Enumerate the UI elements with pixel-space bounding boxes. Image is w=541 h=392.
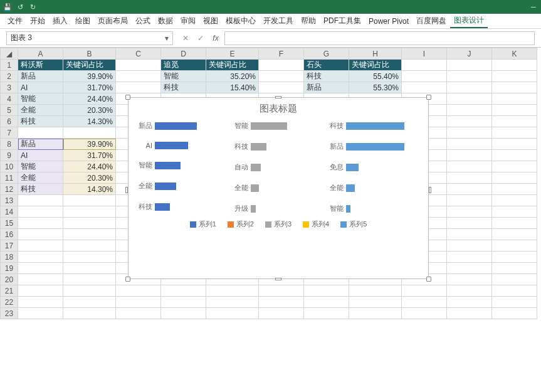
row-header[interactable]: 13 xyxy=(1,195,18,206)
cell[interactable] xyxy=(259,71,304,82)
cell[interactable] xyxy=(18,252,63,263)
cell[interactable]: 智能 xyxy=(18,161,63,172)
cancel-icon[interactable]: ✕ xyxy=(179,32,192,45)
cell[interactable] xyxy=(447,116,492,127)
row-header[interactable]: 19 xyxy=(1,263,18,274)
cell[interactable] xyxy=(447,308,492,319)
cell[interactable] xyxy=(447,127,492,139)
cell[interactable] xyxy=(447,229,492,240)
tab-file[interactable]: 文件 xyxy=(4,14,26,28)
cell[interactable] xyxy=(492,172,537,184)
table-row[interactable]: 3 AI 31.70% 科技 15.40% 新品 55.30% xyxy=(1,82,537,93)
cell[interactable] xyxy=(63,263,116,274)
cell[interactable] xyxy=(206,285,259,297)
cell[interactable]: 科技 xyxy=(304,71,349,82)
save-icon[interactable]: 💾 xyxy=(3,2,13,12)
cell[interactable] xyxy=(304,308,349,319)
tab-template[interactable]: 模板中心 xyxy=(222,14,260,28)
cell[interactable] xyxy=(447,172,492,184)
cell[interactable] xyxy=(402,308,447,319)
table-row[interactable]: 2 新品 39.90% 智能 35.20% 科技 55.40% xyxy=(1,71,537,82)
cell[interactable]: 关键词占比 xyxy=(206,60,259,71)
legend-item[interactable]: 系列3 xyxy=(265,220,292,229)
cell[interactable] xyxy=(161,308,206,319)
cell[interactable] xyxy=(492,240,537,252)
tab-data[interactable]: 数据 xyxy=(154,14,177,28)
cell[interactable] xyxy=(447,161,492,172)
tab-help[interactable]: 帮助 xyxy=(297,14,320,28)
cell[interactable] xyxy=(63,297,116,308)
name-box[interactable]: 图表 3 ▾ xyxy=(6,31,173,45)
select-all-button[interactable]: ◢ xyxy=(1,48,18,60)
cell[interactable] xyxy=(63,308,116,319)
cell[interactable] xyxy=(492,229,537,240)
tab-view[interactable]: 视图 xyxy=(199,14,222,28)
row-header[interactable]: 5 xyxy=(1,105,18,116)
embedded-chart[interactable]: 图表标题 新品AI智能全能科技智能科技自动全能升级科技新品免息全能智能 系列1系… xyxy=(128,97,429,279)
cell[interactable] xyxy=(116,82,161,93)
cell[interactable]: 39.90% xyxy=(63,139,116,150)
tab-pagelayout[interactable]: 页面布局 xyxy=(94,14,132,28)
cell[interactable] xyxy=(492,82,537,93)
cell[interactable] xyxy=(402,71,447,82)
cell[interactable] xyxy=(492,184,537,195)
cell[interactable] xyxy=(447,93,492,105)
cell[interactable] xyxy=(18,195,63,206)
cell[interactable] xyxy=(492,139,537,150)
cell[interactable] xyxy=(447,285,492,297)
cell[interactable] xyxy=(447,252,492,263)
tab-pdf[interactable]: PDF工具集 xyxy=(320,14,365,28)
row-header[interactable]: 2 xyxy=(1,71,18,82)
chart-plot-area[interactable]: 新品AI智能全能科技智能科技自动全能升级科技新品免息全能智能 xyxy=(129,117,428,216)
cell[interactable] xyxy=(492,116,537,127)
resize-handle[interactable] xyxy=(275,96,281,98)
cell[interactable] xyxy=(116,285,161,297)
row-header[interactable]: 11 xyxy=(1,172,18,184)
col-header[interactable]: A xyxy=(18,48,63,60)
cell[interactable]: 39.90% xyxy=(63,71,116,82)
row-header[interactable]: 7 xyxy=(1,127,18,139)
row-header[interactable]: 12 xyxy=(1,184,18,195)
cell[interactable]: 新品 xyxy=(18,71,63,82)
cell[interactable] xyxy=(18,127,63,139)
cell[interactable] xyxy=(492,218,537,229)
cell[interactable] xyxy=(18,274,63,285)
cell[interactable]: 24.40% xyxy=(63,161,116,172)
cell[interactable] xyxy=(116,60,161,71)
cell[interactable]: 科技 xyxy=(18,184,63,195)
cell[interactable] xyxy=(18,206,63,218)
cell[interactable] xyxy=(492,308,537,319)
row-header[interactable]: 21 xyxy=(1,285,18,297)
redo-icon[interactable]: ↻ xyxy=(28,2,38,12)
col-header[interactable]: E xyxy=(206,48,259,60)
cell[interactable]: AI xyxy=(18,150,63,161)
row-header[interactable]: 8 xyxy=(1,139,18,150)
resize-handle[interactable] xyxy=(426,277,431,282)
cell[interactable] xyxy=(259,285,304,297)
row-header[interactable]: 18 xyxy=(1,252,18,263)
resize-handle[interactable] xyxy=(125,277,130,282)
tab-baidu[interactable]: 百度网盘 xyxy=(412,14,450,28)
resize-handle[interactable] xyxy=(426,95,431,100)
cell[interactable] xyxy=(402,60,447,71)
row-header[interactable]: 3 xyxy=(1,82,18,93)
row-header[interactable]: 17 xyxy=(1,240,18,252)
cell[interactable] xyxy=(18,218,63,229)
cell[interactable]: 关键词占比 xyxy=(349,60,402,71)
cell[interactable] xyxy=(447,218,492,229)
cell[interactable] xyxy=(161,297,206,308)
cell[interactable]: 科技 xyxy=(161,82,206,93)
chart-legend[interactable]: 系列1系列2系列3系列4系列5 xyxy=(129,216,428,234)
cell[interactable] xyxy=(63,240,116,252)
col-header[interactable]: C xyxy=(116,48,161,60)
cell[interactable] xyxy=(492,297,537,308)
col-header[interactable]: I xyxy=(402,48,447,60)
table-row[interactable]: 22 xyxy=(1,297,537,308)
col-header[interactable]: F xyxy=(259,48,304,60)
cell[interactable] xyxy=(349,308,402,319)
enter-icon[interactable]: ✓ xyxy=(194,32,207,45)
cell[interactable]: 追觅 xyxy=(161,60,206,71)
cell[interactable]: 14.30% xyxy=(63,116,116,127)
row-header[interactable]: 15 xyxy=(1,218,18,229)
row-header[interactable]: 20 xyxy=(1,274,18,285)
